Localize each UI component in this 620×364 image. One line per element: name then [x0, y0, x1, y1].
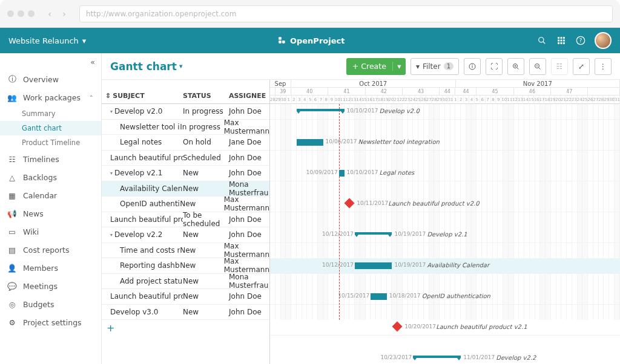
gantt-bar[interactable] — [339, 170, 345, 177]
table-row[interactable]: Legal notesOn holdJane Doe — [102, 135, 269, 151]
close-dot[interactable] — [7, 10, 14, 17]
user-avatar[interactable] — [595, 32, 612, 49]
sidebar-item-work-packages[interactable]: 👥Work packages⌃ — [0, 88, 101, 106]
gantt-chart[interactable]: SepOct 2017Nov 2017394041424344444546472… — [270, 80, 620, 364]
cell-subject[interactable]: ▾ Develop v2.1 — [102, 169, 183, 177]
table-row[interactable]: ▾ Develop v2.1NewJohn Doe — [102, 166, 269, 181]
cell-assignee[interactable]: John Doe — [229, 154, 269, 162]
table-row[interactable]: Launch beautiful produc…NewJohn Doe — [102, 289, 269, 305]
cell-subject[interactable]: Add project status — [102, 277, 183, 285]
sidebar-item-meetings[interactable]: 💬Meetings — [0, 277, 101, 295]
table-row[interactable]: Develop v3.0NewJohn Doe — [102, 305, 269, 320]
cell-status[interactable]: To be scheduled — [183, 211, 229, 228]
cell-assignee[interactable]: John Doe — [229, 292, 269, 301]
expand-icon[interactable]: ▾ — [110, 109, 113, 114]
table-row[interactable]: ▾ Develop v2.0In progressJohn Doe — [102, 104, 269, 120]
help-icon[interactable]: ? — [575, 35, 586, 46]
cell-subject[interactable]: Develop v3.0 — [102, 308, 183, 316]
cell-subject[interactable]: Launch beautiful produc… — [102, 154, 183, 162]
cell-assignee[interactable]: John Doe — [229, 230, 269, 239]
more-menu[interactable]: ⋮ — [595, 58, 612, 75]
cell-assignee[interactable]: Max Mustermann — [224, 119, 269, 135]
table-row[interactable]: Time and costs repor…NewMax Mustermann — [102, 243, 269, 259]
cell-assignee[interactable]: Mona Musterfrau — [229, 180, 269, 197]
min-dot[interactable] — [18, 10, 24, 17]
milestone-icon[interactable] — [345, 198, 355, 209]
cell-subject[interactable]: Legal notes — [102, 138, 183, 146]
cell-subject[interactable]: Newsletter tool integ… — [102, 123, 180, 131]
gantt-row[interactable]: 10/12/201710/19/2017Develop v2.1 — [270, 227, 620, 243]
table-row[interactable]: OpenID authenticati…NewMax Mustermann — [102, 197, 269, 212]
sidebar-item-cost-reports[interactable]: ▤Cost reports — [0, 241, 101, 259]
create-dropdown[interactable]: ▾ — [392, 62, 406, 71]
cell-assignee[interactable]: John Doe — [229, 107, 269, 115]
gantt-bar[interactable] — [297, 139, 323, 146]
zoom-in-button[interactable] — [507, 58, 524, 75]
cell-status[interactable]: On hold — [183, 138, 229, 146]
cell-status[interactable]: New — [180, 246, 224, 255]
cell-status[interactable]: New — [183, 169, 229, 177]
sort-icon[interactable]: ⇕ — [105, 92, 111, 100]
cell-assignee[interactable]: Max Mustermann — [224, 242, 269, 259]
cell-status[interactable]: New — [183, 292, 229, 301]
gantt-toggle[interactable]: ☷ — [551, 58, 568, 75]
table-row[interactable]: Add project statusNewMona Musterfrau — [102, 274, 269, 290]
cell-status[interactable]: New — [183, 230, 229, 239]
gantt-bar[interactable] — [297, 109, 345, 111]
gantt-bar[interactable] — [413, 356, 461, 358]
gantt-row[interactable]: 10/23/201711/01/2017Develop v2.2 — [270, 351, 620, 364]
address-bar[interactable]: http://www.organization.openproject.com — [79, 5, 613, 22]
gantt-row[interactable]: 10/12/201710/19/2017Availability Calenda… — [270, 258, 620, 274]
cell-status[interactable]: Scheduled — [183, 154, 229, 162]
cell-subject[interactable]: Reporting dashboard — [102, 261, 180, 270]
gantt-row[interactable]: 10/09/201710/10/2017Legal notes — [270, 166, 620, 181]
collapse-sidebar[interactable]: « — [0, 53, 101, 70]
cell-assignee[interactable]: John Doe — [229, 215, 269, 224]
cell-assignee[interactable]: Mona Musterfrau — [229, 273, 269, 290]
table-row[interactable]: Newsletter tool integ…In progressMax Mus… — [102, 120, 269, 135]
cell-subject[interactable]: Time and costs repor… — [102, 246, 180, 255]
forward-button[interactable]: › — [58, 7, 71, 21]
page-title[interactable]: Gantt chart ▾ — [110, 60, 182, 73]
sidebar-item-wiki[interactable]: ▭Wiki — [0, 223, 101, 241]
expand-icon[interactable]: ▾ — [110, 171, 113, 176]
info-button[interactable] — [464, 58, 481, 75]
table-row[interactable]: Launch beautiful produc…ScheduledJohn Do… — [102, 151, 269, 166]
cell-status[interactable]: In progress — [183, 107, 229, 115]
sidebar-sub-gantt-chart[interactable]: Gantt chart — [0, 121, 101, 135]
gantt-row[interactable]: 10/11/2017Launch beautiful product v2.0 — [270, 197, 620, 212]
cell-status[interactable]: New — [180, 200, 224, 208]
filter-button[interactable]: ▾ Filter 1 — [411, 58, 459, 75]
sidebar-item-backlogs[interactable]: △Backlogs — [0, 168, 101, 186]
col-assignee[interactable]: ASSIGNEE — [229, 92, 269, 100]
sidebar-item-budgets[interactable]: ◎Budgets — [0, 295, 101, 313]
expand-icon[interactable]: ▾ — [110, 232, 113, 238]
cell-status[interactable]: In progress — [180, 123, 224, 131]
create-button[interactable]: +Create ▾ — [346, 58, 406, 75]
cell-assignee[interactable]: Max Mustermann — [224, 195, 269, 212]
col-status[interactable]: STATUS — [183, 92, 229, 100]
gantt-row[interactable]: 10/06/2017Newsletter tool integration — [270, 135, 620, 151]
cell-assignee[interactable]: Max Mustermann — [224, 257, 269, 274]
cell-assignee[interactable]: John Doe — [229, 169, 269, 177]
cell-subject[interactable]: Launch beautiful produc… — [102, 215, 183, 224]
cell-subject[interactable]: ▾ Develop v2.2 — [102, 230, 183, 239]
cell-subject[interactable]: OpenID authenticati… — [102, 200, 180, 208]
sidebar-item-calendar[interactable]: ▦Calendar — [0, 186, 101, 204]
zoom-fit-button[interactable]: ⛶ — [486, 58, 503, 75]
milestone-icon[interactable] — [392, 322, 403, 332]
zoom-out-button[interactable] — [529, 58, 546, 75]
add-row-button[interactable]: + — [102, 320, 269, 336]
max-dot[interactable] — [28, 10, 35, 17]
gantt-row[interactable]: 10/10/2017Develop v2.0 — [270, 104, 620, 120]
sidebar-item-news[interactable]: 📢News — [0, 204, 101, 223]
gantt-row[interactable]: 10/20/2017Launch beautiful product v2.1 — [270, 320, 620, 336]
fullscreen-button[interactable]: ⤢ — [573, 58, 590, 75]
table-row[interactable]: Availability CalendarNewMona Musterfrau — [102, 181, 269, 197]
cell-assignee[interactable]: Jane Doe — [229, 138, 269, 146]
sidebar-item-members[interactable]: 👤Members — [0, 259, 101, 277]
cell-status[interactable]: New — [180, 261, 224, 270]
cell-status[interactable]: New — [183, 184, 229, 193]
search-icon[interactable] — [536, 35, 547, 46]
cell-subject[interactable]: Availability Calendar — [102, 184, 183, 193]
